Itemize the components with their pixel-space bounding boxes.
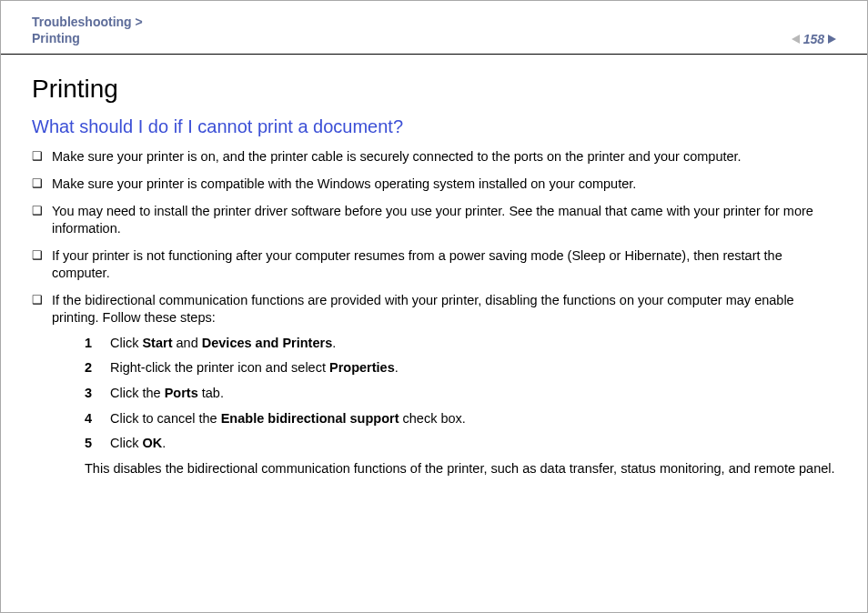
page-number: 158 <box>803 32 824 46</box>
list-item: ❑If your printer is not functioning afte… <box>32 247 836 283</box>
step-item: 5Click OK. <box>85 435 836 453</box>
list-item: ❑Make sure your printer is on, and the p… <box>32 148 836 166</box>
bullet-text: Make sure your printer is on, and the pr… <box>52 148 836 166</box>
breadcrumb-line-1: Troubleshooting > <box>32 14 143 30</box>
list-item: ❑Make sure your printer is compatible wi… <box>32 176 836 194</box>
step-result-text: This disables the bidirectional communic… <box>85 460 836 478</box>
step-item: 4Click to cancel the Enable bidirectiona… <box>85 410 836 428</box>
list-item: ❑You may need to install the printer dri… <box>32 203 836 238</box>
bullet-icon: ❑ <box>32 176 52 194</box>
next-page-icon[interactable] <box>828 35 836 44</box>
bullet-text: Make sure your printer is compatible wit… <box>52 176 836 194</box>
page-title: Printing <box>32 75 836 104</box>
bullet-text: If your printer is not functioning after… <box>52 247 836 283</box>
document-page: Troubleshooting > Printing 158 Printing … <box>0 0 868 613</box>
step-number: 5 <box>85 435 110 453</box>
breadcrumb: Troubleshooting > Printing <box>32 14 143 46</box>
step-number: 4 <box>85 410 110 428</box>
page-header: Troubleshooting > Printing 158 <box>1 1 867 55</box>
section-question: What should I do if I cannot print a doc… <box>32 116 836 137</box>
step-item: 2Right-click the printer icon and select… <box>85 359 836 377</box>
bullet-icon: ❑ <box>32 148 52 166</box>
list-item: ❑ If the bidirectional communication fun… <box>32 292 836 478</box>
breadcrumb-line-2: Printing <box>32 30 143 46</box>
page-content: Printing What should I do if I cannot pr… <box>1 55 867 477</box>
step-text: Click Start and Devices and Printers. <box>110 335 836 353</box>
bullet-with-steps: If the bidirectional communication funct… <box>52 292 836 478</box>
bullet-text: If the bidirectional communication funct… <box>52 293 794 326</box>
step-text: Click the Ports tab. <box>110 385 836 403</box>
bullet-icon: ❑ <box>32 203 52 238</box>
step-text: Click to cancel the Enable bidirectional… <box>110 410 836 428</box>
page-control: 158 <box>792 32 836 46</box>
bullet-list: ❑Make sure your printer is on, and the p… <box>32 148 836 477</box>
step-number: 2 <box>85 359 110 377</box>
bullet-text: You may need to install the printer driv… <box>52 203 836 238</box>
step-number: 1 <box>85 335 110 353</box>
bullet-icon: ❑ <box>32 292 52 478</box>
step-item: 1Click Start and Devices and Printers. <box>85 335 836 353</box>
step-text: Right-click the printer icon and select … <box>110 359 836 377</box>
prev-page-icon[interactable] <box>792 35 800 44</box>
bullet-icon: ❑ <box>32 247 52 283</box>
step-list: 1Click Start and Devices and Printers. 2… <box>85 335 836 453</box>
step-text: Click OK. <box>110 435 836 453</box>
step-item: 3Click the Ports tab. <box>85 385 836 403</box>
step-number: 3 <box>85 385 110 403</box>
